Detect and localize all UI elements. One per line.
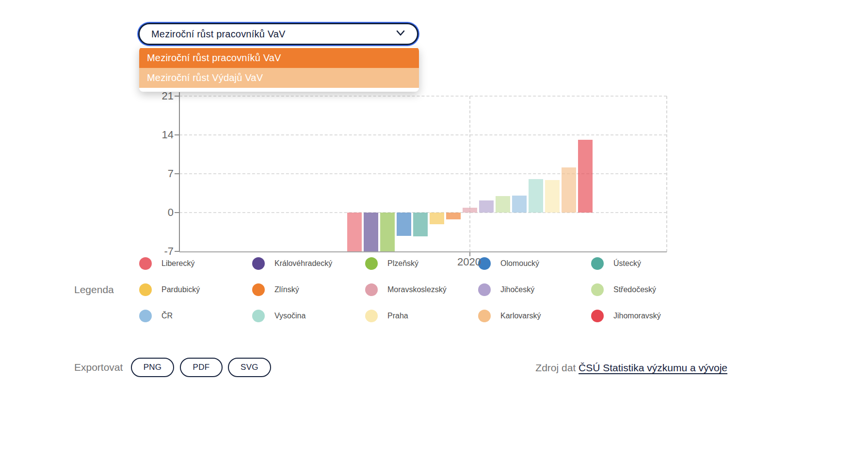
legend-item-label: Plzeňský [387, 259, 418, 268]
legend-item-label: Praha [387, 312, 408, 320]
x-axis-label: 2020 [457, 256, 481, 268]
bar-Jihočeský[interactable] [479, 200, 494, 213]
legend-item-Plzeňský[interactable]: Plzeňský [365, 257, 418, 270]
legend-marker-icon [365, 310, 378, 322]
source-prefix: Zdroj dat [535, 362, 579, 373]
export-label: Exportovat [74, 362, 123, 373]
legend-item-Praha[interactable]: Praha [365, 310, 408, 322]
dropdown-option-2[interactable]: Meziroční růst Výdajů VaV [139, 68, 419, 88]
legend-item-label: Ústecký [613, 259, 641, 268]
y-axis-line [179, 92, 180, 252]
legend-item-label: Pardubický [161, 285, 200, 294]
legend-item-label: Královéhradecký [274, 259, 332, 268]
source-row: Zdroj dat ČSÚ Statistika výzkumu a vývoj… [535, 362, 727, 374]
legend-item-label: Vysočina [274, 312, 305, 320]
legend-item-Karlovarský[interactable]: Karlovarský [478, 310, 541, 322]
legend-item-label: Středočeský [613, 285, 656, 294]
bar-Vysočina[interactable] [529, 179, 543, 213]
legend-item-label: Liberecký [161, 259, 194, 268]
y-axis-tick-label: -7 [145, 245, 174, 258]
y-axis-tick-label: 0 [145, 206, 174, 219]
dropdown-option-1[interactable]: Meziroční růst pracovníků VaV [139, 48, 419, 68]
bar-Jihomoravský[interactable] [578, 140, 593, 213]
bar-Pardubický[interactable] [430, 213, 444, 224]
legend-item-label: Karlovarský [500, 312, 541, 320]
export-png-button[interactable]: PNG [131, 358, 174, 377]
legend-item-Olomoucký[interactable]: Olomoucký [478, 257, 539, 270]
export-pdf-button[interactable]: PDF [180, 358, 223, 377]
legend-item-Jihočeský[interactable]: Jihočeský [478, 283, 534, 296]
legend-item-Vysočina[interactable]: Vysočina [252, 310, 305, 322]
legend-marker-icon [365, 257, 378, 270]
legend-title: Legenda [74, 284, 114, 296]
bar-Plzeňský[interactable] [380, 213, 395, 251]
legend-marker-icon [252, 310, 265, 322]
bar-Královéhradecký[interactable] [364, 213, 378, 251]
legend-item-Královéhradecký[interactable]: Královéhradecký [252, 257, 332, 270]
bar-Moravskoslezský[interactable] [463, 208, 477, 213]
metric-dropdown-menu: Meziroční růst pracovníků VaVMeziroční r… [139, 47, 419, 92]
legend-item-Moravskoslezský[interactable]: Moravskoslezský [365, 283, 447, 296]
legend-item-label: ČR [161, 312, 173, 320]
legend-item-Pardubický[interactable]: Pardubický [139, 283, 200, 296]
legend-marker-icon [139, 283, 152, 296]
bar-ČR[interactable] [512, 196, 527, 213]
legend-item-Jihomoravský[interactable]: Jihomoravský [591, 310, 661, 322]
legend-item-label: Zlínský [274, 285, 299, 294]
legend-item-label: Olomoucký [500, 259, 539, 268]
gridline-x-center [469, 96, 470, 252]
y-axis-tick-label: 14 [145, 129, 174, 141]
bar-Praha[interactable] [545, 180, 560, 213]
gridline-y-7 [179, 173, 667, 174]
bar-Ústecký[interactable] [413, 213, 428, 236]
bar-Liberecký[interactable] [347, 213, 362, 251]
x-tick-2020 [469, 252, 470, 256]
legend-item-Ústecký[interactable]: Ústecký [591, 257, 641, 270]
bar-Karlovarský[interactable] [562, 167, 576, 213]
legend-marker-icon [365, 283, 378, 296]
legend-marker-icon [591, 310, 604, 322]
legend-item-label: Jihomoravský [613, 312, 661, 320]
legend-item-Středočeský[interactable]: Středočeský [591, 283, 656, 296]
legend-marker-icon [591, 283, 604, 296]
page: 211470-72020 Meziroční růst pracovníků V… [0, 0, 868, 463]
bar-Zlínský[interactable] [446, 213, 461, 219]
metric-select-value: Meziroční růst pracovníků VaV [151, 29, 286, 40]
export-svg-button[interactable]: SVG [228, 358, 271, 377]
legend-marker-icon [252, 257, 265, 270]
legend-marker-icon [478, 283, 491, 296]
legend-item-label: Moravskoslezský [387, 285, 447, 294]
gridline-x-right [666, 96, 667, 252]
chevron-down-icon [396, 30, 405, 38]
dropdown-option-label: Meziroční růst Výdajů VaV [147, 72, 263, 83]
gridline-y-21 [179, 96, 667, 97]
source-link[interactable]: ČSÚ Statistika výzkumu a vývoje [579, 362, 727, 373]
legend-marker-icon [139, 310, 152, 322]
gridline-y-14 [179, 134, 667, 135]
legend-item-label: Jihočeský [500, 285, 534, 294]
legend-item-Zlínský[interactable]: Zlínský [252, 283, 299, 296]
legend-marker-icon [139, 257, 152, 270]
dropdown-option-label: Meziroční růst pracovníků VaV [147, 52, 281, 64]
bar-Středočeský[interactable] [496, 196, 510, 213]
legend-marker-icon [252, 283, 265, 296]
y-axis-tick-label: 7 [145, 167, 174, 180]
metric-select[interactable]: Meziroční růst pracovníků VaV [138, 23, 418, 45]
legend-item-Liberecký[interactable]: Liberecký [139, 257, 194, 270]
legend-item-ČR[interactable]: ČR [139, 310, 173, 322]
legend-marker-icon [591, 257, 604, 270]
x-axis-line [179, 251, 667, 252]
legend-marker-icon [478, 310, 491, 322]
bar-Olomoucký[interactable] [397, 213, 411, 236]
